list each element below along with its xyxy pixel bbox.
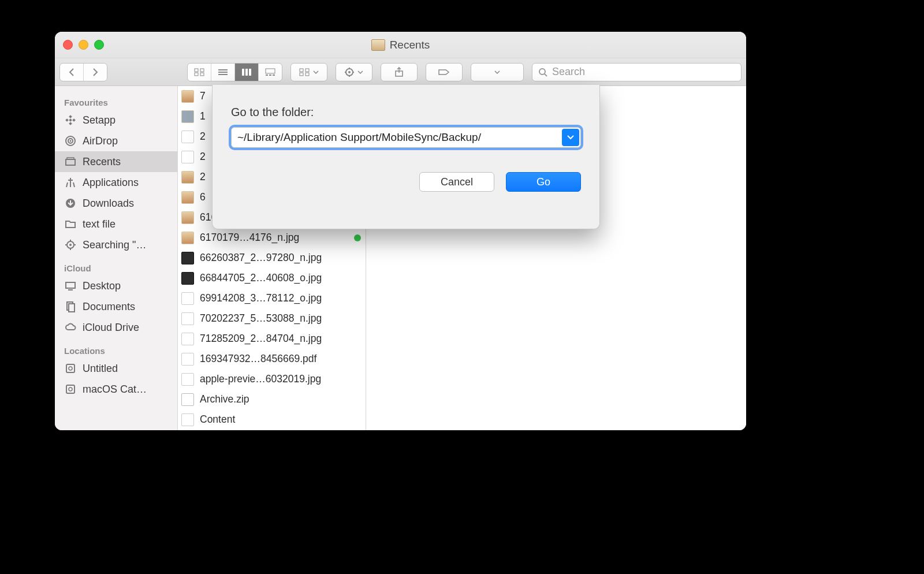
back-button[interactable] [60, 64, 84, 81]
file-thumbnail-icon [181, 232, 194, 244]
go-button[interactable]: Go [506, 172, 581, 192]
file-name: 66844705_2…40608_o.jpg [200, 272, 322, 284]
documents-icon [64, 300, 77, 313]
sidebar-item-downloads[interactable]: Downloads [55, 193, 177, 214]
sidebar-item-label: text file [83, 218, 116, 230]
svg-rect-0 [195, 69, 198, 72]
file-row[interactable]: 6170179…4176_n.jpg [178, 228, 366, 248]
file-thumbnail-icon [181, 353, 194, 366]
titlebar: Recents [55, 32, 746, 58]
file-row[interactable]: 66260387_2…97280_n.jpg [178, 248, 366, 268]
sidebar-heading: Locations [55, 338, 177, 358]
file-thumbnail-icon [181, 151, 194, 163]
sidebar-item-label: Searching "… [83, 239, 146, 251]
svg-rect-1 [200, 69, 204, 72]
file-thumbnail-icon [181, 90, 194, 103]
forward-button[interactable] [84, 64, 107, 81]
sidebar-item-label: Setapp [83, 114, 116, 126]
file-name: 70202237_5…53088_n.jpg [200, 312, 322, 325]
file-thumbnail-icon [181, 333, 194, 345]
file-name: 66260387_2…97280_n.jpg [200, 252, 322, 264]
downloads-icon [64, 197, 77, 210]
svg-rect-28 [69, 115, 72, 118]
svg-point-19 [348, 71, 351, 73]
file-row[interactable]: 169347932…8456669.pdf [178, 349, 366, 369]
cancel-button[interactable]: Cancel [419, 172, 494, 192]
window-title: Recents [390, 39, 430, 51]
sidebar-item-airdrop[interactable]: AirDrop [55, 131, 177, 151]
gallery-view-button[interactable] [259, 64, 282, 81]
file-name: 69914208_3…78112_o.jpg [200, 292, 322, 304]
icon-view-button[interactable] [188, 64, 211, 81]
recents-title-icon [371, 39, 385, 51]
svg-rect-14 [300, 69, 303, 72]
nav-buttons [59, 63, 107, 81]
goto-history-button[interactable] [562, 129, 579, 146]
search-icon [538, 68, 547, 77]
toolbar: Search [55, 58, 746, 86]
svg-rect-12 [269, 74, 271, 76]
share-button[interactable] [381, 63, 418, 81]
file-row[interactable]: 69914208_3…78112_o.jpg [178, 288, 366, 308]
sidebar-item-icloud-drive[interactable]: iCloud Drive [55, 317, 177, 338]
sidebar-item-setapp[interactable]: Setapp [55, 110, 177, 131]
svg-rect-10 [266, 69, 275, 73]
file-row[interactable]: Archive.zip [178, 389, 366, 409]
sidebar-heading: Favourites [55, 90, 177, 110]
sidebar-item-documents[interactable]: Documents [55, 296, 177, 317]
file-row[interactable]: 66844705_2…40608_o.jpg [178, 268, 366, 288]
action-button[interactable] [336, 63, 372, 81]
goto-path-input[interactable] [231, 127, 581, 148]
file-name: apple-previe…6032019.jpg [200, 373, 321, 385]
file-row[interactable]: 71285209_2…84704_n.jpg [178, 329, 366, 349]
svg-rect-9 [249, 69, 251, 76]
svg-rect-49 [66, 364, 74, 372]
search-field[interactable]: Search [532, 63, 742, 81]
sidebar-item-label: Untitled [83, 363, 118, 375]
sidebar-item-label: AirDrop [83, 135, 118, 147]
list-view-button[interactable] [211, 64, 235, 81]
airdrop-icon [64, 135, 77, 147]
arrange-button[interactable] [290, 63, 327, 81]
file-thumbnail-icon [181, 393, 194, 406]
cloud-icon [64, 321, 77, 334]
sidebar-item-macos-cat-[interactable]: macOS Cat… [55, 379, 177, 400]
svg-rect-16 [300, 73, 303, 76]
svg-point-26 [539, 69, 545, 74]
svg-rect-32 [69, 118, 72, 122]
sidebar-item-text-file[interactable]: text file [55, 214, 177, 234]
svg-rect-15 [305, 69, 309, 72]
sidebar-item-searching-[interactable]: Searching "… [55, 234, 177, 255]
disk-icon [64, 362, 77, 375]
sidebar-item-untitled[interactable]: Untitled [55, 358, 177, 379]
file-thumbnail-icon [181, 171, 194, 184]
file-name: 6 [200, 191, 206, 203]
sidebar-item-desktop[interactable]: Desktop [55, 275, 177, 296]
file-name: 2 [200, 151, 206, 163]
column-view-button[interactable] [235, 64, 259, 81]
file-row[interactable]: Content [178, 409, 366, 430]
file-row[interactable]: 70202237_5…53088_n.jpg [178, 308, 366, 329]
tag-dot-green [354, 234, 361, 241]
svg-rect-36 [66, 159, 75, 165]
sidebar-item-recents[interactable]: Recents [55, 151, 177, 172]
sidebar-item-label: Applications [83, 177, 139, 189]
svg-rect-48 [69, 304, 74, 312]
svg-point-35 [70, 140, 72, 142]
sidebar-item-applications[interactable]: Applications [55, 172, 177, 193]
tags-button[interactable] [426, 63, 463, 81]
folder-icon [64, 218, 77, 230]
file-row[interactable]: Content [178, 430, 366, 430]
dropdown-button[interactable] [471, 63, 524, 81]
goto-folder-sheet: Go to the folder: Cancel Go [212, 85, 600, 229]
svg-rect-45 [66, 282, 75, 288]
svg-rect-31 [69, 122, 72, 125]
file-name: Archive.zip [200, 393, 249, 405]
file-row[interactable]: apple-previe…6032019.jpg [178, 369, 366, 389]
file-thumbnail-icon [181, 312, 194, 325]
file-name: 169347932…8456669.pdf [200, 353, 316, 365]
applications-icon [64, 176, 77, 189]
sidebar-item-label: Desktop [83, 280, 121, 292]
svg-point-52 [69, 387, 72, 391]
svg-rect-11 [266, 74, 268, 76]
